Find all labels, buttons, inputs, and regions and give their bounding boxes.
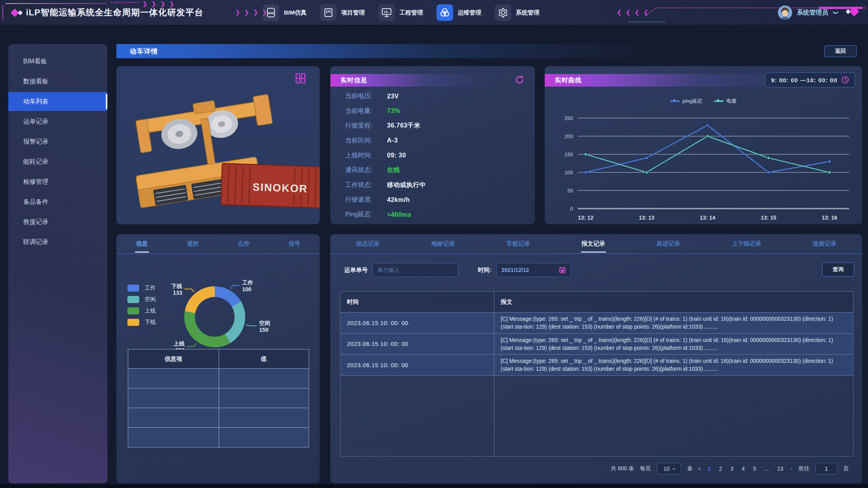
sidebar-item[interactable]: 运单记录 <box>8 112 107 131</box>
info-table-cell <box>219 408 309 427</box>
x-axis-tick: 13: 15 <box>761 214 776 221</box>
records-tab[interactable]: 高进记录 <box>654 240 683 248</box>
legend-label: ping延迟 <box>682 98 702 105</box>
nav-item-ops[interactable]: 运维管理 <box>437 4 481 21</box>
user-name: 系统管理员 <box>797 9 828 17</box>
info-row-label: 工作状态: <box>345 181 383 189</box>
record-time-cell: 2023.06.15 10: 00: 00 <box>341 334 494 355</box>
nav-item-project[interactable]: 项目管理 <box>320 4 365 21</box>
refresh-icon[interactable] <box>514 75 525 85</box>
pager-total: 共 800 条 <box>611 465 634 472</box>
user-menu[interactable]: 系统管理员 ❯ <box>778 0 838 25</box>
query-button[interactable]: 查询 <box>822 262 854 277</box>
info-table-header-cell: 值 <box>219 349 309 368</box>
nav-item-bim[interactable]: BIMBIM仿真 <box>263 4 307 21</box>
info-table-cell <box>128 388 219 408</box>
ops-icon <box>437 4 453 21</box>
donut-label-下线: 下线133 <box>171 283 182 296</box>
svg-text:BIM: BIM <box>268 11 274 15</box>
curve-legend: ping延迟电量 <box>545 98 862 105</box>
sidebar-item[interactable]: 检修管理 <box>8 172 107 191</box>
legend-label: 电量 <box>726 98 737 105</box>
info-row-label: 行驶里程: <box>345 122 383 130</box>
train-3d-panel: SINOKOR <box>116 66 320 224</box>
train-3d-image: SINOKOR <box>116 66 320 224</box>
info-row-label: 行驶速度: <box>345 196 383 204</box>
records-empty-area <box>341 375 853 456</box>
info-row: 当前电压:23V <box>345 92 527 100</box>
page-number[interactable]: 2 <box>718 466 723 472</box>
y-axis-tick: 50 <box>568 188 573 194</box>
record-time-cell: 2023.06.15 10: 00: 00 <box>341 312 494 333</box>
page-number[interactable]: 1 <box>706 466 712 472</box>
per-page-select[interactable]: 10▾ <box>657 463 681 475</box>
sidebar-item[interactable]: 报警记录 <box>8 132 107 151</box>
time-range-picker[interactable]: 9: 00: 00 —10: 00: 00 <box>765 72 855 87</box>
app-logo: iLP智能运输系统全生命周期一体化研发平台 <box>12 0 203 25</box>
goto-label: 前往 <box>798 465 809 472</box>
records-tab[interactable]: 连接记录 <box>811 240 839 248</box>
records-tabs: 状态记录地标记录导航记录报文记录高进记录上下线记录连接记录 <box>330 234 862 254</box>
legend-item-电量[interactable]: 电量 <box>714 98 737 105</box>
avatar <box>778 6 792 20</box>
time-range-value: 9: 00: 00 —10: 00: 00 <box>771 77 837 83</box>
page-number[interactable]: 4 <box>741 466 746 472</box>
sidebar-item[interactable]: BIM看板 <box>8 52 107 71</box>
records-row[interactable]: 2023.06.15 10: 00: 00[C] Message:(type: … <box>341 354 853 375</box>
sidebar-item[interactable]: 联调记录 <box>8 233 107 251</box>
sidebar-item[interactable]: 能耗记录 <box>8 152 107 171</box>
info-table-cell <box>128 408 219 427</box>
records-row[interactable]: 2023.06.15 10: 00: 00[C] Message:(type: … <box>341 333 853 355</box>
message-tab[interactable]: 信号 <box>286 240 302 248</box>
records-search-row: 运单单号 时间: 2021/12/12 查询 <box>344 262 854 277</box>
next-page-button[interactable]: › <box>791 465 792 472</box>
info-table-cell <box>219 388 309 408</box>
fragment-view-icon[interactable] <box>295 72 306 84</box>
page-title-bar: 动车详情 返回 <box>116 44 862 58</box>
page-number[interactable]: 23 <box>776 466 785 472</box>
goto-page-input[interactable] <box>816 465 837 472</box>
nav-item-engineering[interactable]: 工程管理 <box>378 4 423 21</box>
records-header-cell: 时间 <box>341 292 494 312</box>
message-tab[interactable]: 遥控 <box>184 240 201 248</box>
records-empty-cell <box>494 376 853 456</box>
info-row-label: Ping延迟: <box>345 211 383 219</box>
bim-icon: BIM <box>263 4 279 21</box>
message-tab[interactable]: 信息 <box>134 240 150 248</box>
records-tab[interactable]: 地标记录 <box>429 240 457 248</box>
container-brand-text: SINOKOR <box>252 181 308 195</box>
page-number[interactable]: 3 <box>729 466 735 472</box>
donut-label-工作: 工作100 <box>242 279 253 292</box>
nav-item-system[interactable]: 系统管理 <box>495 4 540 21</box>
legend-item-ping延迟[interactable]: ping延迟 <box>670 98 702 105</box>
y-axis-tick: 150 <box>564 152 573 157</box>
sidebar-item[interactable]: 备品备件 <box>8 192 107 211</box>
records-tab[interactable]: 报文记录 <box>579 240 608 248</box>
info-row-value: A-3 <box>387 137 398 144</box>
back-button[interactable]: 返回 <box>824 45 857 57</box>
records-tab[interactable]: 导航记录 <box>504 240 533 248</box>
page-number[interactable]: 5 <box>752 466 757 472</box>
records-tab[interactable]: 上下线记录 <box>730 240 764 248</box>
clock-icon <box>841 76 849 84</box>
message-tab[interactable]: 点控 <box>235 240 252 248</box>
records-tab[interactable]: 状态记录 <box>354 240 382 248</box>
decor-dots-right <box>629 21 665 22</box>
sidebar-item[interactable]: 动车列表 <box>8 92 107 111</box>
info-row-value: 73% <box>387 107 400 115</box>
prev-page-button[interactable]: ‹ <box>698 465 700 472</box>
waybill-input[interactable] <box>372 263 458 277</box>
left-panel-tabs: 信息遥控点控信号 <box>116 234 320 254</box>
diamond-icon <box>849 6 859 16</box>
sidebar-item[interactable]: 数据看板 <box>8 72 107 91</box>
records-row[interactable]: 2023.06.15 10: 00: 00[C] Message:(type: … <box>341 312 853 333</box>
nav-item-label: BIM仿真 <box>284 9 307 17</box>
decor-arrows-left-icon: ❮ ❮ ❮ ❮ <box>617 9 650 16</box>
record-message-cell: [C] Message:(type: 265: set _ trip _ of … <box>494 312 853 333</box>
engineering-icon <box>378 4 395 21</box>
info-row: 通讯状态:在线 <box>345 166 527 174</box>
sidebar-item[interactable]: 救援记录 <box>8 213 107 231</box>
date-picker[interactable]: 2021/12/12 <box>496 263 571 277</box>
top-header: ❯ ❯ ❯ ❯ iLP智能运输系统全生命周期一体化研发平台 ❯ ❯ ❯ ❯ BI… <box>0 0 868 25</box>
app-title: iLP智能运输系统全生命周期一体化研发平台 <box>26 7 203 18</box>
